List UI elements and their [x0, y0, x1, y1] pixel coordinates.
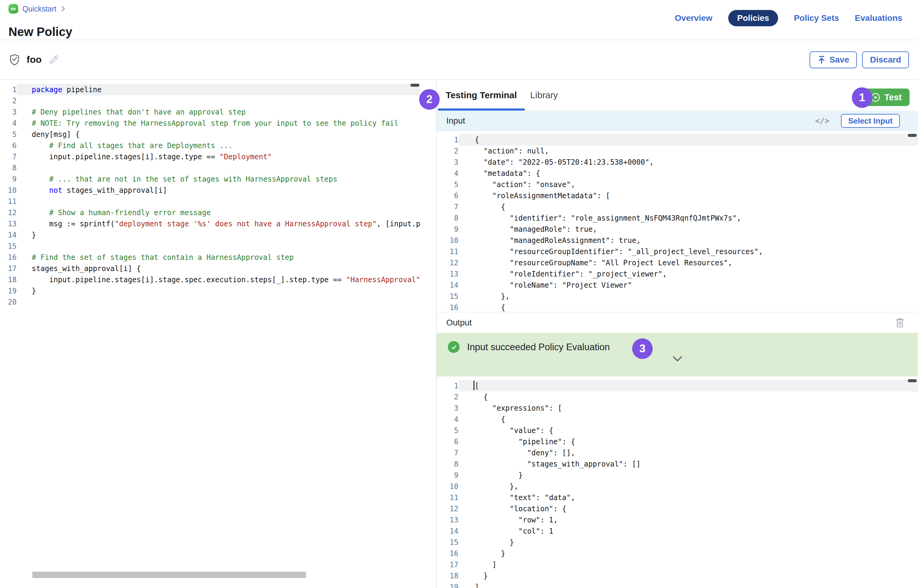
code-line[interactable]: 8 — [0, 162, 420, 173]
editor-scrollbar-thumb[interactable] — [411, 84, 419, 87]
code-line[interactable]: 20 — [0, 296, 420, 308]
line-number: 18 — [0, 276, 17, 284]
line-number: 3 — [0, 108, 17, 116]
code-line[interactable]: 11 "resourceGroupIdentifier": "_all_proj… — [436, 246, 918, 257]
code-line[interactable]: 8 "stages_with_approval": [] — [436, 459, 918, 470]
code-view-icon[interactable]: </> — [815, 116, 829, 125]
code-line[interactable]: 16 { — [436, 302, 918, 312]
code-line[interactable]: 4# NOTE: Try removing the HarnessApprova… — [0, 118, 420, 129]
toolbar-actions: Save Discard — [810, 40, 909, 79]
evaluation-result-banner: Input succeeded Policy Evaluation — [436, 333, 918, 376]
code-line[interactable]: 9 "managedRole": true, — [436, 224, 918, 235]
text-cursor — [474, 381, 474, 390]
line-number: 15 — [436, 538, 458, 547]
code-line[interactable]: 12 "location": { — [436, 503, 918, 514]
line-number: 1 — [436, 136, 458, 144]
tab-evaluations[interactable]: Evaluations — [855, 13, 902, 23]
code-line[interactable]: 8 "identifier": "role_assignment_NsFQM43… — [436, 212, 918, 224]
code-line[interactable]: 10 }, — [436, 481, 918, 492]
input-section-header: Input </> Select Input — [436, 111, 918, 131]
code-line[interactable]: 13 "row": 1, — [436, 514, 918, 525]
discard-button[interactable]: Discard — [862, 52, 909, 68]
output-section-header: Output — [436, 312, 918, 333]
line-number: 2 — [436, 147, 458, 155]
code-line[interactable]: 13 "roleIdentifier": "_project_viewer", — [436, 268, 918, 279]
code-line[interactable]: 13 msg := sprintf("deployment stage '%s'… — [0, 218, 420, 229]
tab-testing-terminal[interactable]: Testing Terminal — [439, 80, 524, 111]
input-scrollbar-thumb[interactable] — [908, 134, 917, 137]
code-line[interactable]: 11 — [0, 196, 420, 207]
code-line[interactable]: 15 }, — [436, 291, 918, 302]
code-line[interactable]: 16# Find the set of stages that contain … — [0, 252, 420, 263]
policy-name: foo — [27, 54, 42, 65]
line-number: 18 — [436, 572, 458, 580]
code-line[interactable]: 3 "expressions": [ — [436, 402, 918, 414]
chevron-down-icon[interactable] — [672, 355, 683, 363]
code-line[interactable]: 10 not stages_with_approval[i] — [0, 185, 420, 196]
code-line[interactable]: 19] — [436, 582, 918, 588]
evaluation-status-text: Input succeeded Policy Evaluation — [467, 342, 610, 353]
code-line[interactable]: 14} — [0, 229, 420, 241]
code-line[interactable]: 12 # Show a human-friendly error message — [0, 207, 420, 218]
output-scrollbar-thumb[interactable] — [908, 379, 917, 382]
code-line[interactable]: 18 input.pipeline.stages[i].stage.spec.e… — [0, 274, 420, 285]
output-json-editor[interactable]: 1[2 {3 "expressions": [4 {5 "value": {6 … — [436, 376, 918, 588]
code-line[interactable]: 7 "deny": [], — [436, 447, 918, 459]
code-line[interactable]: 4 "metadata": { — [436, 168, 918, 179]
input-json-editor[interactable]: 1{2 "action": null,3 "date": "2022-05-05… — [436, 131, 918, 312]
code-line[interactable]: 3# Deny pipelines that don't have an app… — [0, 107, 420, 118]
code-line[interactable]: 6 "roleAssignmentMetadata": [ — [436, 190, 918, 201]
code-line[interactable]: 12 "resourceGroupName": "All Project Lev… — [436, 257, 918, 268]
trash-icon[interactable] — [895, 317, 905, 328]
code-line[interactable]: 5 "action": "onsave", — [436, 179, 918, 190]
code-line[interactable]: 19} — [0, 285, 420, 296]
code-line[interactable]: 6 # Find all stages that are Deployments… — [0, 140, 420, 151]
line-number: 4 — [436, 169, 458, 178]
line-number: 9 — [0, 175, 17, 183]
code-line[interactable]: 1package pipeline — [0, 84, 420, 95]
policy-code-editor[interactable]: 1package pipeline23# Deny pipelines that… — [0, 80, 436, 588]
edit-name-icon[interactable] — [48, 54, 59, 65]
code-line[interactable]: 6 "pipeline": { — [436, 436, 918, 447]
code-line[interactable]: 7 input.pipeline.stages[i].stage.type ==… — [0, 151, 420, 162]
tab-policy-sets[interactable]: Policy Sets — [794, 13, 839, 23]
policy-toolbar: foo Save Discard — [0, 40, 918, 80]
code-line[interactable]: 9 } — [436, 470, 918, 481]
tab-overview[interactable]: Overview — [675, 13, 713, 23]
save-button[interactable]: Save — [810, 52, 857, 68]
code-line[interactable]: 10 "managedRoleAssignment": true, — [436, 235, 918, 246]
tab-policies[interactable]: Policies — [728, 10, 778, 26]
code-line[interactable]: 17stages_with_approval[i] { — [0, 263, 420, 274]
code-line[interactable]: 9 # ... that are not in the set of stage… — [0, 173, 420, 185]
input-json: 1{2 "action": null,3 "date": "2022-05-05… — [436, 134, 918, 312]
code-line[interactable]: 11 "text": "data", — [436, 492, 918, 503]
line-number: 14 — [436, 281, 458, 289]
code-line[interactable]: 5deny[msg] { — [0, 129, 420, 140]
code-line[interactable]: 3 "date": "2022-05-05T20:41:23.538+0000"… — [436, 157, 918, 168]
code-line[interactable]: 1{ — [436, 134, 918, 145]
code-line[interactable]: 14 "col": 1 — [436, 525, 918, 536]
code-line[interactable]: 15 } — [436, 536, 918, 548]
code-line[interactable]: 1[ — [436, 380, 918, 391]
code-line[interactable]: 4 { — [436, 414, 918, 425]
line-number: 8 — [0, 164, 17, 172]
select-input-button[interactable]: Select Input — [841, 114, 900, 128]
code-line[interactable]: 7 { — [436, 201, 918, 212]
code-line[interactable]: 2 { — [436, 391, 918, 402]
line-number: 3 — [436, 158, 458, 166]
code-line[interactable]: 18 } — [436, 570, 918, 582]
line-number: 19 — [0, 287, 17, 295]
code-line[interactable]: 15 — [0, 241, 420, 252]
breadcrumb-project-link[interactable]: Quickstart — [23, 5, 57, 13]
code-line[interactable]: 5 "value": { — [436, 425, 918, 436]
code-line[interactable]: 17 ] — [436, 559, 918, 570]
tab-library[interactable]: Library — [524, 80, 565, 111]
horizontal-scrollbar[interactable] — [32, 572, 306, 578]
code-line[interactable]: 16 } — [436, 548, 918, 559]
code-line[interactable]: 2 — [0, 95, 420, 107]
line-number: 6 — [436, 192, 458, 200]
line-number: 6 — [0, 141, 17, 150]
code-line[interactable]: 2 "action": null, — [436, 145, 918, 157]
line-number: 1 — [0, 86, 17, 94]
code-line[interactable]: 14 "roleName": "Project Viewer" — [436, 279, 918, 291]
